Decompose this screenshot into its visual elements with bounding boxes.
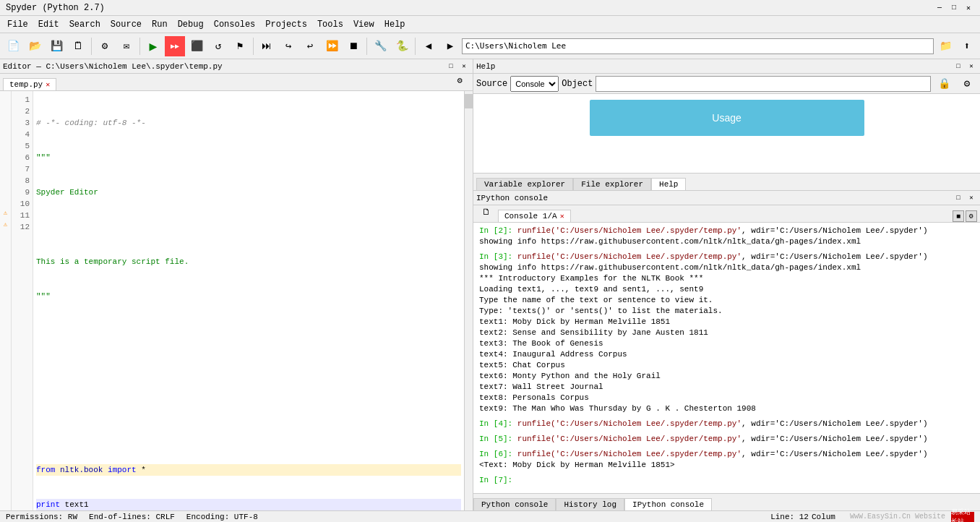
minimize-button[interactable]: — (934, 2, 945, 14)
help-lock-icon[interactable]: 🔒 (934, 74, 954, 94)
run-stop-button[interactable]: ⚑ (230, 36, 250, 56)
menu-search[interactable]: Search (65, 18, 105, 31)
console-out-6-1: <Text: Moby Dick by Herman Melville 1851… (479, 460, 974, 471)
menu-edit[interactable]: Edit (34, 18, 64, 31)
editor-settings-icon[interactable]: ⚙ (450, 70, 470, 90)
browse-button[interactable]: 📁 (935, 36, 955, 56)
usage-button[interactable]: Usage (590, 100, 864, 136)
editor-scrollbar-thumb[interactable] (465, 94, 473, 108)
code-line-4 (36, 221, 461, 233)
console-close-button[interactable]: ✕ (966, 193, 977, 203)
gutter-2 (0, 103, 11, 114)
tools-button[interactable]: 🔧 (370, 36, 390, 56)
menu-tools[interactable]: Tools (313, 18, 348, 31)
tab-file-explorer[interactable]: File explorer (573, 178, 651, 190)
debug-stepout-button[interactable]: ⏩ (322, 36, 342, 56)
console-panel: IPython console □ ✕ 🗋 Console 1/A ✕ ■ ⚙ (473, 191, 980, 510)
editor-tab-bar: temp.py ✕ ⚙ (0, 74, 473, 91)
editor-panel: Editor — C:\Users\Nicholem Lee\.spyder\t… (0, 59, 473, 510)
toolbar-sep-2 (139, 38, 140, 55)
brand-text: 易采站长站 (951, 508, 974, 523)
menu-file[interactable]: File (3, 18, 33, 31)
tab-variable-explorer[interactable]: Variable explorer (476, 178, 573, 190)
menu-consoles[interactable]: Consoles (210, 18, 260, 31)
menu-debug[interactable]: Debug (173, 18, 208, 31)
run-file-button[interactable]: ▶▶ (165, 36, 185, 56)
help-options-icon[interactable]: ⚙ (957, 74, 977, 94)
app-title: Spyder (Python 2.7) (6, 3, 105, 13)
home-button[interactable]: ⬆ (957, 36, 977, 56)
debug-step-button[interactable]: ⏭ (257, 36, 277, 56)
help-close-button[interactable]: ✕ (966, 61, 977, 72)
gutter-7 (0, 161, 11, 172)
save-button[interactable]: 💾 (46, 36, 66, 56)
main-area: Editor — C:\Users\Nicholem Lee\.spyder\t… (0, 59, 980, 510)
console-tab-1[interactable]: Console 1/A ✕ (498, 210, 571, 222)
menu-projects[interactable]: Projects (261, 18, 311, 31)
preferences-button[interactable]: ⚙ (95, 36, 115, 56)
tab-ipython-console[interactable]: IPython console (624, 498, 712, 510)
status-encoding: Encoding: UTF-8 (186, 513, 258, 521)
tab-history-log[interactable]: History log (556, 498, 624, 510)
menu-help[interactable]: Help (380, 18, 410, 31)
gutter-1 (0, 91, 11, 103)
console-tab-close[interactable]: ✕ (560, 212, 564, 221)
tab-help[interactable]: Help (651, 178, 686, 190)
gutter-10 (0, 195, 11, 207)
console-detach-button[interactable]: □ (953, 193, 964, 203)
console-output[interactable]: In [2]: runfile('C:/Users/Nicholem Lee/.… (473, 223, 980, 493)
close-button[interactable]: ✕ (963, 2, 974, 14)
console-new-icon[interactable]: 🗋 (476, 202, 497, 222)
menu-source[interactable]: Source (106, 18, 146, 31)
source-select[interactable]: Console Editor (510, 76, 559, 92)
console-block-3: In [3]: runfile('C:/Users/Nicholem Lee/.… (479, 252, 974, 414)
console-header-controls[interactable]: □ ✕ (953, 193, 977, 203)
console-in-4: In [4]: runfile('C:/Users/Nicholem Lee/.… (479, 419, 974, 429)
console-options-button[interactable]: ⚙ (966, 210, 977, 222)
console-controls[interactable]: ■ ⚙ (953, 210, 977, 222)
status-eol: End-of-lines: CRLF (89, 513, 175, 521)
new-file-button[interactable]: 📄 (3, 36, 23, 56)
window-controls[interactable]: — □ ✕ (934, 2, 974, 14)
line-num-9: 9 (12, 187, 33, 198)
editor-tab-close[interactable]: ✕ (46, 80, 50, 89)
status-bar: Permissions: RW End-of-lines: CRLF Encod… (0, 510, 980, 522)
code-line-2: """ (36, 152, 461, 163)
code-editor[interactable]: ⚠ ⚠ 1 2 3 4 5 6 7 8 9 10 11 12 # -*- cod… (0, 91, 473, 510)
navigation-controls: ◀ ▶ (418, 36, 460, 56)
toolbar: 📄 📂 💾 🗒 ⚙ ✉ ▶ ▶▶ ⬛ ↺ ⚑ ⏭ ↪ ↩ ⏩ ⏹ 🔧 🐍 ◀ ▶… (0, 33, 980, 59)
code-line-6: """ (36, 291, 461, 302)
run-button[interactable]: ▶ (143, 36, 163, 56)
help-header-controls[interactable]: □ ✕ (953, 61, 977, 72)
menu-view[interactable]: View (349, 18, 379, 31)
email-button[interactable]: ✉ (116, 36, 137, 56)
editor-scrollbar[interactable] (464, 91, 473, 510)
console-out-3-11: text6: Monty Python and the Holy Grail (479, 371, 974, 382)
code-content[interactable]: # -*- coding: utf-8 -*- """ Spyder Edito… (33, 91, 464, 510)
path-input[interactable] (462, 38, 934, 54)
debug-stop-button[interactable]: ⏹ (343, 36, 364, 56)
open-file-button[interactable]: 📂 (25, 36, 45, 56)
save-all-button[interactable]: 🗒 (68, 36, 88, 56)
tab-python-console[interactable]: Python console (473, 498, 556, 510)
gutter-11: ⚠ (0, 207, 11, 218)
help-detach-button[interactable]: □ (953, 61, 964, 72)
maximize-button[interactable]: □ (948, 2, 960, 14)
menu-run[interactable]: Run (147, 18, 172, 31)
debug-stepin-button[interactable]: ↩ (300, 36, 320, 56)
run-refresh-button[interactable]: ↺ (208, 36, 228, 56)
code-line-1: # -*- coding: utf-8 -*- (36, 117, 461, 129)
gutter-9 (0, 184, 11, 195)
back-button[interactable]: ◀ (418, 36, 439, 56)
python-button[interactable]: 🐍 (392, 36, 412, 56)
warning-gutter: ⚠ ⚠ (0, 91, 12, 510)
debug-stepover-button[interactable]: ↪ (278, 36, 298, 56)
forward-button[interactable]: ▶ (440, 36, 460, 56)
object-input[interactable] (596, 76, 931, 92)
console-stop-button[interactable]: ■ (953, 210, 964, 222)
editor-tab-temp[interactable]: temp.py ✕ (3, 78, 56, 90)
console-out-3-8: text3: The Book of Genesis (479, 338, 974, 349)
console-out-2-1: showing info https://raw.githubuserconte… (479, 236, 974, 247)
run-debug-button[interactable]: ⬛ (186, 36, 207, 56)
console-in-3: In [3]: runfile('C:/Users/Nicholem Lee/.… (479, 252, 974, 262)
